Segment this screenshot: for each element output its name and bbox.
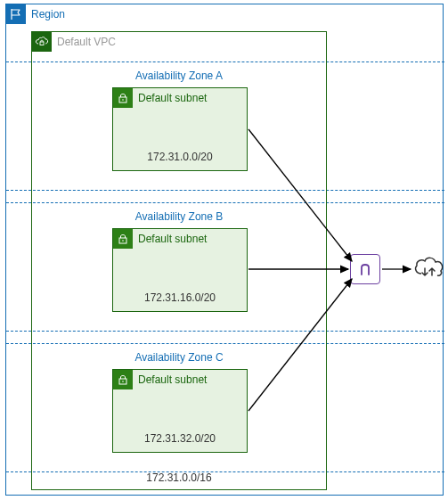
subnet-container: Default subnet 172.31.0.0/20: [112, 87, 248, 171]
subnet-cidr: 172.31.32.0/20: [113, 432, 247, 445]
subnet-label: Default subnet: [138, 373, 207, 386]
cloud-lock-icon: [32, 32, 52, 52]
lock-icon: [113, 370, 133, 389]
subnet-cidr: 172.31.16.0/20: [113, 291, 247, 304]
internet-cloud-icon: [412, 252, 446, 283]
vpc-header: Default VPC: [32, 32, 326, 52]
vpc-cidr: 172.31.0.0/16: [32, 471, 326, 484]
az-label: Availability Zone B: [32, 210, 326, 223]
subnet-header: Default subnet: [113, 88, 247, 108]
lock-icon: [113, 88, 133, 108]
lock-icon: [113, 229, 133, 249]
svg-point-4: [122, 240, 124, 242]
vpc-container: Default VPC Availability Zone A Default …: [31, 31, 327, 490]
svg-rect-0: [40, 42, 44, 45]
subnet-label: Default subnet: [138, 233, 207, 245]
vpc-label: Default VPC: [57, 36, 116, 48]
region-container: Region Default VPC Availability Zone A: [5, 4, 444, 496]
internet-gateway-icon: [350, 254, 380, 284]
az-label: Availability Zone C: [32, 351, 326, 364]
region-label: Region: [31, 8, 65, 20]
subnet-cidr: 172.31.0.0/20: [113, 151, 247, 163]
svg-point-6: [122, 381, 124, 382]
subnet-header: Default subnet: [113, 370, 247, 389]
svg-point-2: [122, 99, 124, 101]
subnet-container: Default subnet 172.31.16.0/20: [112, 228, 248, 312]
subnet-header: Default subnet: [113, 229, 247, 249]
subnet-container: Default subnet 172.31.32.0/20: [112, 369, 248, 453]
az-label: Availability Zone A: [32, 70, 326, 82]
flag-icon: [6, 4, 26, 24]
subnet-label: Default subnet: [138, 92, 207, 104]
region-header: Region: [6, 4, 443, 24]
